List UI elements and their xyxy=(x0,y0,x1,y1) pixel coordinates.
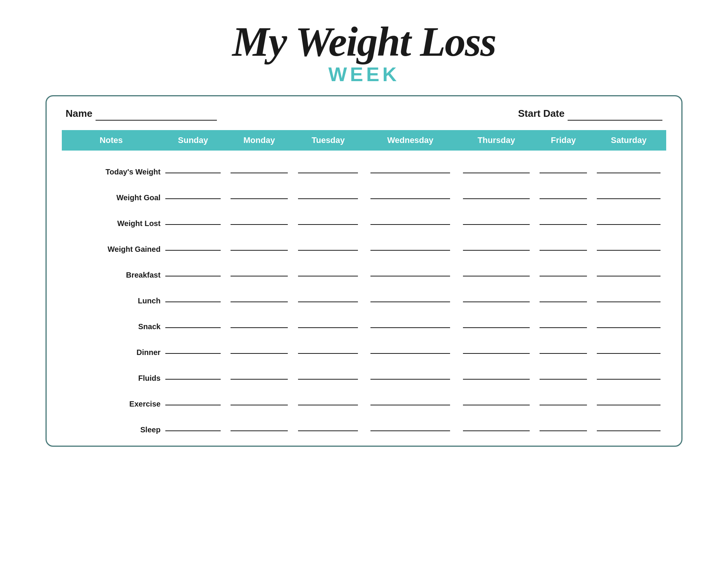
data-cell xyxy=(226,254,293,280)
data-cell xyxy=(226,331,293,357)
cell-line xyxy=(298,379,358,380)
data-cell xyxy=(457,254,535,280)
data-cell xyxy=(226,408,293,434)
start-date-input[interactable] xyxy=(568,110,662,121)
data-cell xyxy=(363,151,457,176)
cell-line xyxy=(370,379,450,380)
cell-line xyxy=(370,430,450,431)
cell-line xyxy=(463,198,529,199)
cell-line xyxy=(370,405,450,405)
data-cell xyxy=(457,280,535,305)
data-cell xyxy=(293,383,364,408)
data-cell xyxy=(591,357,666,383)
data-cell xyxy=(160,254,225,280)
cell-line xyxy=(298,327,358,328)
cell-line xyxy=(298,224,358,225)
cell-line xyxy=(231,301,288,302)
cell-line xyxy=(597,353,661,354)
data-cell xyxy=(363,280,457,305)
data-cell xyxy=(293,357,364,383)
cell-line xyxy=(231,430,288,431)
cell-line xyxy=(298,198,358,199)
data-cell xyxy=(363,228,457,254)
main-title: My Weight Loss xyxy=(46,19,682,65)
cell-line xyxy=(540,250,587,251)
cell-line xyxy=(540,405,587,405)
data-cell xyxy=(535,357,591,383)
data-cell xyxy=(591,383,666,408)
row-label-exercise: Exercise xyxy=(62,383,160,408)
data-cell xyxy=(591,331,666,357)
data-cell xyxy=(535,151,591,176)
cell-line xyxy=(597,405,661,405)
cell-line xyxy=(231,405,288,405)
data-cell xyxy=(160,357,225,383)
cell-line xyxy=(540,276,587,276)
data-cell xyxy=(535,280,591,305)
cell-line xyxy=(540,353,587,354)
data-cell xyxy=(591,408,666,434)
data-cell xyxy=(591,228,666,254)
data-cell xyxy=(363,202,457,228)
cell-line xyxy=(298,430,358,431)
cell-line xyxy=(540,173,587,173)
cell-line xyxy=(298,250,358,251)
table-row: Fluids xyxy=(62,357,666,383)
cell-line xyxy=(597,301,661,302)
table-row: Weight Goal xyxy=(62,176,666,202)
name-input[interactable] xyxy=(96,110,217,121)
data-cell xyxy=(226,305,293,331)
table-row: Sleep xyxy=(62,408,666,434)
data-cell xyxy=(535,202,591,228)
start-date-field: Start Date xyxy=(518,108,662,121)
data-cell xyxy=(293,331,364,357)
data-cell xyxy=(160,331,225,357)
cell-line xyxy=(463,276,529,276)
header-wednesday: Wednesday xyxy=(363,130,457,151)
data-cell xyxy=(293,280,364,305)
table-row: Weight Lost xyxy=(62,202,666,228)
cell-line xyxy=(370,353,450,354)
cell-line xyxy=(165,301,221,302)
row-label-weight-goal: Weight Goal xyxy=(62,176,160,202)
cell-line xyxy=(597,173,661,173)
cell-line xyxy=(231,250,288,251)
cell-line xyxy=(370,250,450,251)
header-friday: Friday xyxy=(535,130,591,151)
header-monday: Monday xyxy=(226,130,293,151)
cell-line xyxy=(231,327,288,328)
cell-line xyxy=(165,379,221,380)
cell-line xyxy=(298,353,358,354)
cell-line xyxy=(540,327,587,328)
data-cell xyxy=(226,383,293,408)
cell-line xyxy=(370,276,450,276)
cell-line xyxy=(540,198,587,199)
cell-line xyxy=(597,430,661,431)
data-cell xyxy=(226,228,293,254)
start-date-label: Start Date xyxy=(518,108,565,119)
cell-line xyxy=(165,276,221,276)
data-cell xyxy=(535,254,591,280)
cell-line xyxy=(165,224,221,225)
data-cell xyxy=(457,357,535,383)
cell-line xyxy=(463,250,529,251)
data-cell xyxy=(457,176,535,202)
data-cell xyxy=(293,408,364,434)
data-cell xyxy=(226,151,293,176)
data-cell xyxy=(363,176,457,202)
cell-line xyxy=(165,430,221,431)
row-label-fluids: Fluids xyxy=(62,357,160,383)
data-cell xyxy=(363,331,457,357)
cell-line xyxy=(597,224,661,225)
cell-line xyxy=(231,353,288,354)
data-cell xyxy=(591,254,666,280)
data-cell xyxy=(591,151,666,176)
data-cell xyxy=(457,305,535,331)
cell-line xyxy=(370,173,450,173)
cell-line xyxy=(463,353,529,354)
table-row: Today's Weight xyxy=(62,151,666,176)
header-thursday: Thursday xyxy=(457,130,535,151)
data-cell xyxy=(535,408,591,434)
table-row: Breakfast xyxy=(62,254,666,280)
week-title: WEEK xyxy=(46,63,682,86)
